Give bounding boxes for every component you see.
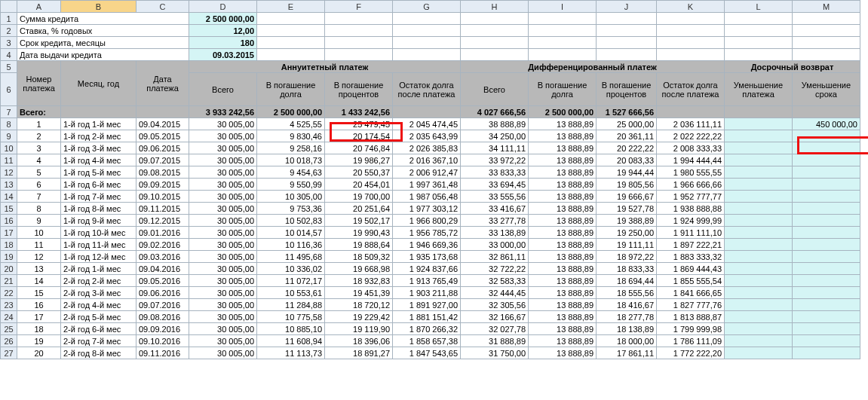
cell-diff-principal[interactable]: 13 888,89 bbox=[529, 299, 597, 311]
cell-diff-principal[interactable]: 13 888,89 bbox=[529, 118, 597, 130]
rate-value[interactable]: 12,00 bbox=[189, 25, 257, 37]
cell-reduce-payment[interactable] bbox=[725, 323, 793, 335]
cell-ann-interest[interactable]: 19 888,64 bbox=[325, 239, 393, 251]
cell-ann-principal[interactable]: 9 550,99 bbox=[257, 179, 325, 191]
cell-ann-total[interactable]: 30 005,00 bbox=[189, 191, 257, 203]
cell-diff-total[interactable]: 31 750,00 bbox=[461, 347, 529, 359]
cell-payment-no[interactable]: 12 bbox=[17, 251, 61, 263]
cell-diff-total[interactable]: 33 972,22 bbox=[461, 154, 529, 166]
cell-ann-total[interactable]: 30 005,00 bbox=[189, 215, 257, 227]
date-value[interactable]: 09.03.2015 bbox=[189, 49, 257, 61]
cell-ann-principal[interactable]: 11 608,94 bbox=[257, 335, 325, 347]
cell-diff-interest[interactable]: 19 527,78 bbox=[597, 203, 657, 215]
cell-reduce-payment[interactable] bbox=[725, 118, 793, 130]
cell-ann-total[interactable]: 30 005,00 bbox=[189, 335, 257, 347]
cell-ann-interest[interactable]: 18 932,83 bbox=[325, 275, 393, 287]
cell-ann-total[interactable]: 30 005,00 bbox=[189, 323, 257, 335]
tot-diff-principal[interactable]: 2 500 000,00 bbox=[529, 106, 597, 118]
cell-ann-principal[interactable]: 11 284,88 bbox=[257, 299, 325, 311]
cell-diff-interest[interactable]: 18 833,33 bbox=[597, 263, 657, 275]
term-label[interactable]: Срок кредита, месяцы bbox=[17, 37, 189, 49]
cell-diff-balance[interactable]: 1 952 777,77 bbox=[657, 191, 725, 203]
cell-reduce-term[interactable] bbox=[793, 287, 860, 299]
cell-ann-balance[interactable]: 2 045 474,45 bbox=[393, 118, 461, 130]
cell-reduce-term[interactable] bbox=[793, 263, 860, 275]
cell-payment-no[interactable]: 13 bbox=[17, 263, 61, 275]
cell-diff-interest[interactable]: 18 694,44 bbox=[597, 275, 657, 287]
cell-month-year[interactable]: 2-й год 7-й мес bbox=[61, 335, 136, 347]
cell-ann-total[interactable]: 30 005,00 bbox=[189, 166, 257, 179]
cell-diff-total[interactable]: 33 833,33 bbox=[461, 166, 529, 179]
cell-pay-date[interactable]: 09.07.2015 bbox=[136, 154, 189, 166]
cell-diff-interest[interactable]: 18 972,22 bbox=[597, 251, 657, 263]
cell-ann-principal[interactable]: 10 336,02 bbox=[257, 263, 325, 275]
cell-diff-principal[interactable]: 13 888,89 bbox=[529, 323, 597, 335]
table-row[interactable]: 26192-й год 7-й мес09.10.201630 005,0011… bbox=[1, 335, 860, 347]
cell-reduce-payment[interactable] bbox=[725, 251, 793, 263]
cell-ann-principal[interactable]: 9 258,16 bbox=[257, 142, 325, 154]
row-27[interactable]: 27 bbox=[1, 347, 17, 359]
cell-ann-total[interactable]: 30 005,00 bbox=[189, 263, 257, 275]
hdr-diff-total[interactable]: Всего bbox=[461, 73, 529, 106]
cell-reduce-term[interactable] bbox=[793, 130, 860, 142]
row-17[interactable]: 17 bbox=[1, 227, 17, 239]
cell-diff-interest[interactable]: 17 861,11 bbox=[597, 347, 657, 359]
cell-pay-date[interactable]: 09.05.2015 bbox=[136, 130, 189, 142]
cell-month-year[interactable]: 1-й год 9-й мес bbox=[61, 215, 136, 227]
cell-payment-no[interactable]: 7 bbox=[17, 191, 61, 203]
cell-payment-no[interactable]: 8 bbox=[17, 203, 61, 215]
table-row[interactable]: 23162-й год 4-й мес09.07.201630 005,0011… bbox=[1, 299, 860, 311]
cell-ann-interest[interactable]: 19 986,27 bbox=[325, 154, 393, 166]
cell-payment-no[interactable]: 19 bbox=[17, 335, 61, 347]
cell-payment-no[interactable]: 2 bbox=[17, 130, 61, 142]
hdr-diff-balance[interactable]: Остаток долга после платежа bbox=[657, 73, 725, 106]
cell-diff-principal[interactable]: 13 888,89 bbox=[529, 179, 597, 191]
cell-reduce-payment[interactable] bbox=[725, 130, 793, 142]
row-9[interactable]: 9 bbox=[1, 130, 17, 142]
table-row[interactable]: 1581-й год 8-й мес09.11.201530 005,009 7… bbox=[1, 203, 860, 215]
cell-diff-principal[interactable]: 13 888,89 bbox=[529, 335, 597, 347]
hdr-pay-date[interactable]: Дата платежа bbox=[136, 61, 189, 106]
cell-ann-balance[interactable]: 1 956 785,72 bbox=[393, 227, 461, 239]
cell-month-year[interactable]: 1-й год 1-й мес bbox=[61, 118, 136, 130]
cell-reduce-term[interactable]: 450 000,00 bbox=[793, 118, 860, 130]
cell-diff-principal[interactable]: 13 888,89 bbox=[529, 191, 597, 203]
col-K[interactable]: K bbox=[657, 1, 725, 13]
cell-month-year[interactable]: 1-й год 12-й мес bbox=[61, 251, 136, 263]
cell-pay-date[interactable]: 09.09.2016 bbox=[136, 323, 189, 335]
cell-diff-interest[interactable]: 18 416,67 bbox=[597, 299, 657, 311]
tot-ann-principal[interactable]: 2 500 000,00 bbox=[257, 106, 325, 118]
column-header-row[interactable]: A B C D E F G H I J K L M bbox=[1, 1, 860, 13]
row-20[interactable]: 20 bbox=[1, 263, 17, 275]
cell-diff-interest[interactable]: 20 361,11 bbox=[597, 130, 657, 142]
cell-ann-total[interactable]: 30 005,00 bbox=[189, 142, 257, 154]
table-row[interactable]: 811-й год 1-й мес09.04.201530 005,004 52… bbox=[1, 118, 860, 130]
col-G[interactable]: G bbox=[393, 1, 461, 13]
cell-pay-date[interactable]: 09.10.2016 bbox=[136, 335, 189, 347]
cell-ann-total[interactable]: 30 005,00 bbox=[189, 299, 257, 311]
cell-payment-no[interactable]: 1 bbox=[17, 118, 61, 130]
cell-reduce-payment[interactable] bbox=[725, 239, 793, 251]
cell-diff-balance[interactable]: 2 022 222,22 bbox=[657, 130, 725, 142]
cell-reduce-payment[interactable] bbox=[725, 263, 793, 275]
cell-reduce-payment[interactable] bbox=[725, 227, 793, 239]
cell-reduce-term[interactable] bbox=[793, 251, 860, 263]
cell-diff-principal[interactable]: 13 888,89 bbox=[529, 142, 597, 154]
row-14[interactable]: 14 bbox=[1, 191, 17, 203]
row-16[interactable]: 16 bbox=[1, 215, 17, 227]
cell-pay-date[interactable]: 09.02.2016 bbox=[136, 239, 189, 251]
cell-payment-no[interactable]: 6 bbox=[17, 179, 61, 191]
cell-reduce-payment[interactable] bbox=[725, 335, 793, 347]
cell-ann-interest[interactable]: 20 550,37 bbox=[325, 166, 393, 179]
row-24[interactable]: 24 bbox=[1, 311, 17, 323]
cell-month-year[interactable]: 2-й год 8-й мес bbox=[61, 347, 136, 359]
cell-diff-balance[interactable]: 1 786 111,09 bbox=[657, 335, 725, 347]
row-4[interactable]: 4 bbox=[1, 49, 17, 61]
row-18[interactable]: 18 bbox=[1, 239, 17, 251]
cell-pay-date[interactable]: 09.08.2015 bbox=[136, 166, 189, 179]
cell-reduce-payment[interactable] bbox=[725, 311, 793, 323]
cell-diff-balance[interactable]: 1 966 666,66 bbox=[657, 179, 725, 191]
cell-diff-principal[interactable]: 13 888,89 bbox=[529, 287, 597, 299]
cell-reduce-payment[interactable] bbox=[725, 215, 793, 227]
cell-ann-balance[interactable]: 2 026 385,83 bbox=[393, 142, 461, 154]
